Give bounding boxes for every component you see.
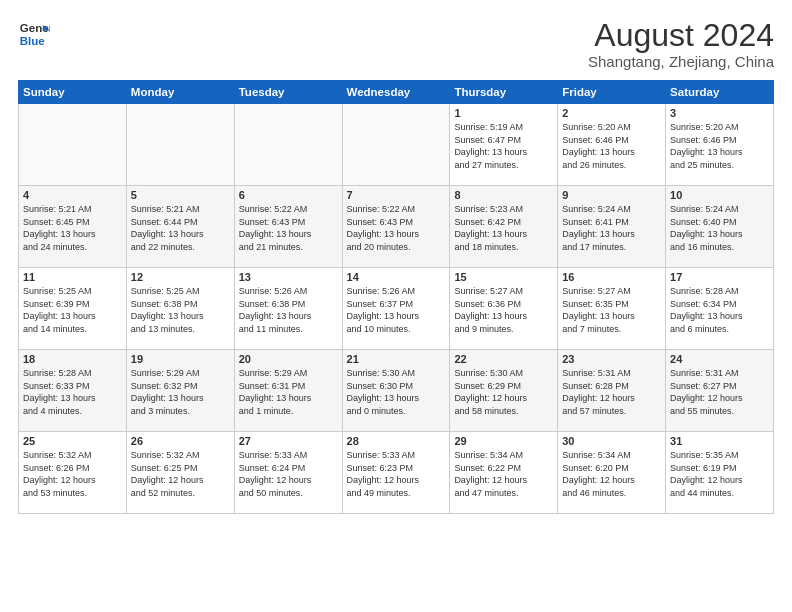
day-number: 5 bbox=[131, 189, 230, 201]
day-info: Sunrise: 5:31 AM Sunset: 6:28 PM Dayligh… bbox=[562, 367, 661, 417]
day-number: 1 bbox=[454, 107, 553, 119]
calendar-cell: 11Sunrise: 5:25 AM Sunset: 6:39 PM Dayli… bbox=[19, 268, 127, 350]
day-info: Sunrise: 5:34 AM Sunset: 6:22 PM Dayligh… bbox=[454, 449, 553, 499]
calendar-cell bbox=[19, 104, 127, 186]
day-number: 25 bbox=[23, 435, 122, 447]
day-info: Sunrise: 5:30 AM Sunset: 6:30 PM Dayligh… bbox=[347, 367, 446, 417]
calendar-cell: 26Sunrise: 5:32 AM Sunset: 6:25 PM Dayli… bbox=[126, 432, 234, 514]
day-info: Sunrise: 5:20 AM Sunset: 6:46 PM Dayligh… bbox=[562, 121, 661, 171]
day-number: 30 bbox=[562, 435, 661, 447]
svg-text:Blue: Blue bbox=[20, 35, 46, 47]
calendar-cell: 12Sunrise: 5:25 AM Sunset: 6:38 PM Dayli… bbox=[126, 268, 234, 350]
logo-icon: General Blue bbox=[18, 18, 50, 50]
day-number: 19 bbox=[131, 353, 230, 365]
day-number: 13 bbox=[239, 271, 338, 283]
weekday-header: Thursday bbox=[450, 81, 558, 104]
day-number: 16 bbox=[562, 271, 661, 283]
calendar-cell: 1Sunrise: 5:19 AM Sunset: 6:47 PM Daylig… bbox=[450, 104, 558, 186]
day-number: 7 bbox=[347, 189, 446, 201]
calendar-cell: 29Sunrise: 5:34 AM Sunset: 6:22 PM Dayli… bbox=[450, 432, 558, 514]
calendar-cell bbox=[126, 104, 234, 186]
calendar-week-row: 4Sunrise: 5:21 AM Sunset: 6:45 PM Daylig… bbox=[19, 186, 774, 268]
calendar-cell: 9Sunrise: 5:24 AM Sunset: 6:41 PM Daylig… bbox=[558, 186, 666, 268]
location: Shangtang, Zhejiang, China bbox=[588, 53, 774, 70]
weekday-header-row: SundayMondayTuesdayWednesdayThursdayFrid… bbox=[19, 81, 774, 104]
calendar-cell: 18Sunrise: 5:28 AM Sunset: 6:33 PM Dayli… bbox=[19, 350, 127, 432]
weekday-header: Wednesday bbox=[342, 81, 450, 104]
calendar-cell: 8Sunrise: 5:23 AM Sunset: 6:42 PM Daylig… bbox=[450, 186, 558, 268]
day-number: 6 bbox=[239, 189, 338, 201]
day-info: Sunrise: 5:31 AM Sunset: 6:27 PM Dayligh… bbox=[670, 367, 769, 417]
day-info: Sunrise: 5:28 AM Sunset: 6:33 PM Dayligh… bbox=[23, 367, 122, 417]
calendar-cell: 19Sunrise: 5:29 AM Sunset: 6:32 PM Dayli… bbox=[126, 350, 234, 432]
day-info: Sunrise: 5:34 AM Sunset: 6:20 PM Dayligh… bbox=[562, 449, 661, 499]
calendar-cell: 25Sunrise: 5:32 AM Sunset: 6:26 PM Dayli… bbox=[19, 432, 127, 514]
day-info: Sunrise: 5:21 AM Sunset: 6:44 PM Dayligh… bbox=[131, 203, 230, 253]
day-number: 4 bbox=[23, 189, 122, 201]
logo: General Blue bbox=[18, 18, 50, 50]
weekday-header: Saturday bbox=[666, 81, 774, 104]
day-info: Sunrise: 5:33 AM Sunset: 6:23 PM Dayligh… bbox=[347, 449, 446, 499]
day-number: 11 bbox=[23, 271, 122, 283]
day-info: Sunrise: 5:20 AM Sunset: 6:46 PM Dayligh… bbox=[670, 121, 769, 171]
calendar-cell: 28Sunrise: 5:33 AM Sunset: 6:23 PM Dayli… bbox=[342, 432, 450, 514]
day-info: Sunrise: 5:27 AM Sunset: 6:36 PM Dayligh… bbox=[454, 285, 553, 335]
calendar-cell: 23Sunrise: 5:31 AM Sunset: 6:28 PM Dayli… bbox=[558, 350, 666, 432]
day-number: 27 bbox=[239, 435, 338, 447]
calendar-cell: 27Sunrise: 5:33 AM Sunset: 6:24 PM Dayli… bbox=[234, 432, 342, 514]
calendar-cell: 20Sunrise: 5:29 AM Sunset: 6:31 PM Dayli… bbox=[234, 350, 342, 432]
day-info: Sunrise: 5:29 AM Sunset: 6:31 PM Dayligh… bbox=[239, 367, 338, 417]
day-number: 9 bbox=[562, 189, 661, 201]
day-info: Sunrise: 5:33 AM Sunset: 6:24 PM Dayligh… bbox=[239, 449, 338, 499]
day-number: 20 bbox=[239, 353, 338, 365]
day-info: Sunrise: 5:19 AM Sunset: 6:47 PM Dayligh… bbox=[454, 121, 553, 171]
day-number: 28 bbox=[347, 435, 446, 447]
weekday-header: Sunday bbox=[19, 81, 127, 104]
calendar-cell: 31Sunrise: 5:35 AM Sunset: 6:19 PM Dayli… bbox=[666, 432, 774, 514]
day-info: Sunrise: 5:32 AM Sunset: 6:26 PM Dayligh… bbox=[23, 449, 122, 499]
calendar-cell: 22Sunrise: 5:30 AM Sunset: 6:29 PM Dayli… bbox=[450, 350, 558, 432]
day-info: Sunrise: 5:27 AM Sunset: 6:35 PM Dayligh… bbox=[562, 285, 661, 335]
day-number: 26 bbox=[131, 435, 230, 447]
day-number: 21 bbox=[347, 353, 446, 365]
day-info: Sunrise: 5:22 AM Sunset: 6:43 PM Dayligh… bbox=[239, 203, 338, 253]
day-info: Sunrise: 5:29 AM Sunset: 6:32 PM Dayligh… bbox=[131, 367, 230, 417]
day-info: Sunrise: 5:28 AM Sunset: 6:34 PM Dayligh… bbox=[670, 285, 769, 335]
calendar-week-row: 1Sunrise: 5:19 AM Sunset: 6:47 PM Daylig… bbox=[19, 104, 774, 186]
calendar-cell: 30Sunrise: 5:34 AM Sunset: 6:20 PM Dayli… bbox=[558, 432, 666, 514]
day-info: Sunrise: 5:25 AM Sunset: 6:39 PM Dayligh… bbox=[23, 285, 122, 335]
day-info: Sunrise: 5:32 AM Sunset: 6:25 PM Dayligh… bbox=[131, 449, 230, 499]
calendar-cell: 13Sunrise: 5:26 AM Sunset: 6:38 PM Dayli… bbox=[234, 268, 342, 350]
day-number: 3 bbox=[670, 107, 769, 119]
weekday-header: Friday bbox=[558, 81, 666, 104]
calendar-cell: 21Sunrise: 5:30 AM Sunset: 6:30 PM Dayli… bbox=[342, 350, 450, 432]
day-number: 15 bbox=[454, 271, 553, 283]
calendar-week-row: 25Sunrise: 5:32 AM Sunset: 6:26 PM Dayli… bbox=[19, 432, 774, 514]
day-number: 2 bbox=[562, 107, 661, 119]
day-number: 31 bbox=[670, 435, 769, 447]
calendar-cell: 3Sunrise: 5:20 AM Sunset: 6:46 PM Daylig… bbox=[666, 104, 774, 186]
day-number: 22 bbox=[454, 353, 553, 365]
title-block: August 2024 Shangtang, Zhejiang, China bbox=[588, 18, 774, 70]
day-number: 18 bbox=[23, 353, 122, 365]
day-number: 29 bbox=[454, 435, 553, 447]
day-number: 14 bbox=[347, 271, 446, 283]
header: General Blue August 2024 Shangtang, Zhej… bbox=[18, 18, 774, 70]
day-number: 8 bbox=[454, 189, 553, 201]
day-info: Sunrise: 5:30 AM Sunset: 6:29 PM Dayligh… bbox=[454, 367, 553, 417]
day-info: Sunrise: 5:21 AM Sunset: 6:45 PM Dayligh… bbox=[23, 203, 122, 253]
calendar-cell: 4Sunrise: 5:21 AM Sunset: 6:45 PM Daylig… bbox=[19, 186, 127, 268]
calendar-cell: 15Sunrise: 5:27 AM Sunset: 6:36 PM Dayli… bbox=[450, 268, 558, 350]
day-info: Sunrise: 5:23 AM Sunset: 6:42 PM Dayligh… bbox=[454, 203, 553, 253]
calendar-cell: 6Sunrise: 5:22 AM Sunset: 6:43 PM Daylig… bbox=[234, 186, 342, 268]
calendar-week-row: 18Sunrise: 5:28 AM Sunset: 6:33 PM Dayli… bbox=[19, 350, 774, 432]
day-info: Sunrise: 5:24 AM Sunset: 6:40 PM Dayligh… bbox=[670, 203, 769, 253]
calendar-cell: 2Sunrise: 5:20 AM Sunset: 6:46 PM Daylig… bbox=[558, 104, 666, 186]
page: General Blue August 2024 Shangtang, Zhej… bbox=[0, 0, 792, 612]
calendar-cell: 16Sunrise: 5:27 AM Sunset: 6:35 PM Dayli… bbox=[558, 268, 666, 350]
month-year: August 2024 bbox=[588, 18, 774, 53]
calendar-table: SundayMondayTuesdayWednesdayThursdayFrid… bbox=[18, 80, 774, 514]
day-info: Sunrise: 5:26 AM Sunset: 6:37 PM Dayligh… bbox=[347, 285, 446, 335]
calendar-cell: 17Sunrise: 5:28 AM Sunset: 6:34 PM Dayli… bbox=[666, 268, 774, 350]
calendar-cell bbox=[342, 104, 450, 186]
